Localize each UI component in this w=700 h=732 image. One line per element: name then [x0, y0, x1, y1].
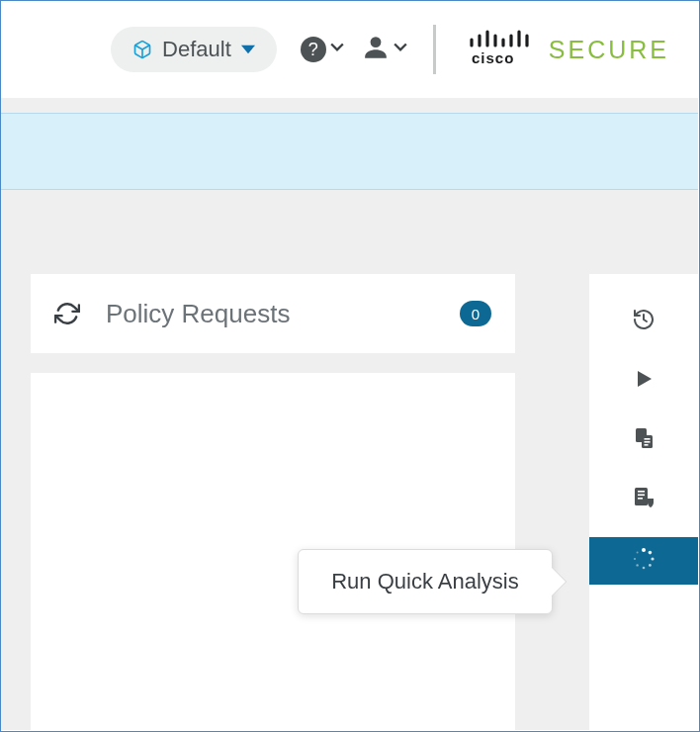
help-menu[interactable]: ? [301, 37, 344, 62]
svg-rect-18 [638, 495, 645, 497]
play-icon [632, 367, 656, 395]
svg-rect-19 [638, 498, 643, 500]
document-shield-icon [632, 486, 656, 513]
header-icon-group: ? [301, 35, 407, 64]
info-band [1, 113, 698, 190]
brand-logo: cisco SECURE [468, 28, 669, 71]
refresh-button[interactable] [54, 301, 80, 326]
cube-icon [132, 40, 152, 59]
caret-down-icon [241, 43, 255, 56]
policy-requests-card: Policy Requests 0 [31, 274, 515, 353]
cisco-logo-icon: cisco [468, 28, 535, 71]
spinner-icon [632, 547, 656, 575]
policy-requests-count-badge: 0 [460, 301, 491, 326]
svg-point-23 [649, 564, 652, 567]
scope-selector[interactable]: Default [111, 27, 277, 72]
user-icon [362, 35, 390, 64]
svg-rect-17 [638, 491, 645, 493]
play-button[interactable] [589, 351, 698, 411]
svg-text:cisco: cisco [472, 49, 514, 66]
svg-point-21 [649, 551, 653, 555]
svg-rect-14 [645, 441, 651, 443]
svg-point-24 [643, 567, 646, 570]
svg-point-22 [651, 557, 654, 560]
paste-button[interactable] [589, 411, 698, 470]
right-toolbar [589, 274, 698, 730]
brand-secure-label: SECURE [549, 36, 669, 64]
chevron-down-icon [394, 41, 407, 58]
history-button[interactable] [589, 292, 698, 351]
help-icon: ? [301, 37, 326, 62]
tooltip-label: Run Quick Analysis [331, 569, 519, 595]
svg-rect-13 [645, 438, 651, 440]
clipboard-icon [632, 426, 656, 454]
main-content-area: Policy Requests 0 [1, 98, 698, 730]
policy-shield-button[interactable] [589, 470, 698, 529]
tooltip-run-quick-analysis: Run Quick Analysis [298, 549, 553, 614]
history-icon [632, 308, 656, 335]
chevron-down-icon [330, 41, 344, 58]
header-divider [433, 25, 436, 74]
svg-rect-16 [635, 488, 648, 505]
scope-selector-label: Default [162, 37, 231, 62]
svg-point-20 [642, 548, 646, 552]
svg-rect-15 [645, 444, 649, 446]
svg-point-26 [634, 558, 636, 560]
policy-requests-title: Policy Requests [106, 299, 434, 329]
user-menu[interactable] [362, 35, 407, 64]
svg-point-27 [637, 552, 639, 554]
svg-point-25 [636, 564, 638, 566]
run-quick-analysis-button[interactable] [589, 537, 698, 585]
top-header: Default ? [1, 1, 699, 98]
